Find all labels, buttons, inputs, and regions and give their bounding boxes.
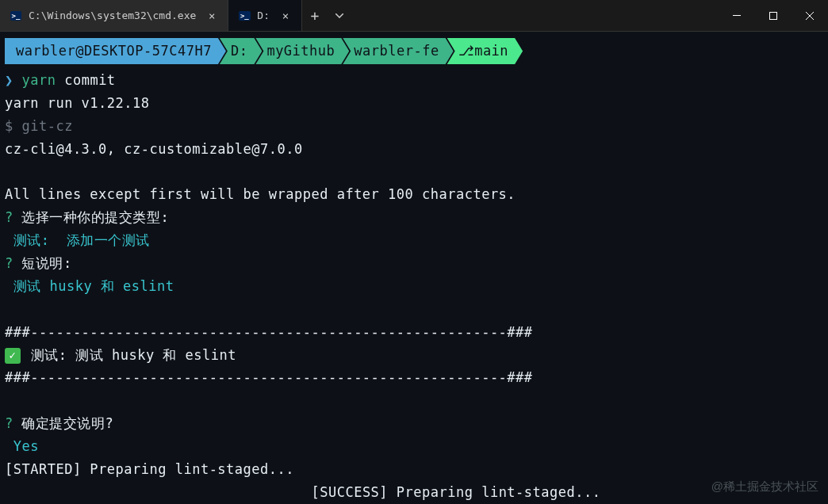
titlebar: >_ C:\Windows\system32\cmd.exe × >_ D: ×… bbox=[0, 0, 828, 32]
question: 选择一种你的提交类型: bbox=[13, 209, 169, 225]
crumb-branch: ⎇main bbox=[447, 38, 523, 64]
terminal-line: yarn run v1.22.18 bbox=[5, 92, 823, 115]
terminal-line: $ git-cz bbox=[5, 115, 823, 138]
maximize-button[interactable] bbox=[755, 0, 792, 31]
terminal-answer: 测试: 添加一个测试 bbox=[5, 229, 823, 252]
watermark: @稀土掘金技术社区 bbox=[711, 479, 818, 494]
tab-d[interactable]: >_ D: × bbox=[228, 0, 302, 31]
terminal-answer: 测试 husky 和 eslint bbox=[5, 275, 823, 298]
prompt: ❯ bbox=[5, 72, 13, 88]
crumb-folder2: warbler-fe bbox=[343, 38, 453, 64]
close-icon[interactable]: × bbox=[205, 10, 218, 22]
command-arg: commit bbox=[56, 72, 115, 88]
new-tab-button[interactable]: + bbox=[302, 0, 328, 31]
crumb-folder1: myGithub bbox=[255, 38, 349, 64]
terminal[interactable]: warbler@DESKTOP-57C47H7 D: myGithub warb… bbox=[0, 32, 828, 504]
window-controls bbox=[719, 0, 828, 31]
tab-cmd[interactable]: >_ C:\Windows\system32\cmd.exe × bbox=[0, 0, 228, 31]
terminal-line: ? 短说明: bbox=[5, 252, 823, 275]
divider: ###-------------------------------------… bbox=[5, 366, 823, 389]
dropdown-icon[interactable] bbox=[328, 0, 351, 31]
terminal-line: ? 选择一种你的提交类型: bbox=[5, 206, 823, 229]
terminal-line: All lines except first will be wrapped a… bbox=[5, 183, 823, 206]
close-button[interactable] bbox=[792, 0, 828, 31]
terminal-line bbox=[5, 298, 823, 321]
crumb-drive: D: bbox=[220, 38, 262, 64]
svg-rect-1 bbox=[770, 12, 777, 19]
terminal-line: ? 确定提交说明? bbox=[5, 412, 823, 435]
terminal-line: cz-cli@4.3.0, cz-customizable@7.0.0 bbox=[5, 138, 823, 161]
commit-message: 测试: 测试 husky 和 eslint bbox=[22, 347, 236, 363]
command: yarn bbox=[22, 72, 56, 88]
tabs: >_ C:\Windows\system32\cmd.exe × >_ D: ×… bbox=[0, 0, 719, 31]
breadcrumb: warbler@DESKTOP-57C47H7 D: myGithub warb… bbox=[5, 38, 823, 64]
tab-label: D: bbox=[257, 10, 270, 21]
question-mark: ? bbox=[5, 415, 13, 431]
crumb-user: warbler@DESKTOP-57C47H7 bbox=[5, 38, 226, 64]
tab-label: C:\Windows\system32\cmd.exe bbox=[29, 10, 196, 21]
terminal-line: [STARTED] Preparing lint-staged... bbox=[5, 458, 823, 481]
commit-preview: ✓ 测试: 测试 husky 和 eslint bbox=[5, 344, 823, 367]
check-icon: ✓ bbox=[5, 348, 21, 364]
terminal-line bbox=[5, 389, 823, 412]
terminal-line: [SUCCESS] Preparing lint-staged... bbox=[5, 481, 823, 504]
question: 短说明: bbox=[13, 255, 72, 271]
close-icon[interactable]: × bbox=[279, 10, 292, 22]
svg-rect-0 bbox=[733, 15, 741, 16]
terminal-line: ❯ yarn commit bbox=[5, 69, 823, 92]
minimize-button[interactable] bbox=[719, 0, 755, 31]
question: 确定提交说明? bbox=[13, 415, 113, 431]
terminal-line bbox=[5, 160, 823, 183]
question-mark: ? bbox=[5, 209, 13, 225]
question-mark: ? bbox=[5, 255, 13, 271]
divider: ###-------------------------------------… bbox=[5, 321, 823, 344]
powershell-icon: >_ bbox=[10, 10, 22, 22]
terminal-answer: Yes bbox=[5, 435, 823, 458]
powershell-icon: >_ bbox=[238, 10, 251, 22]
